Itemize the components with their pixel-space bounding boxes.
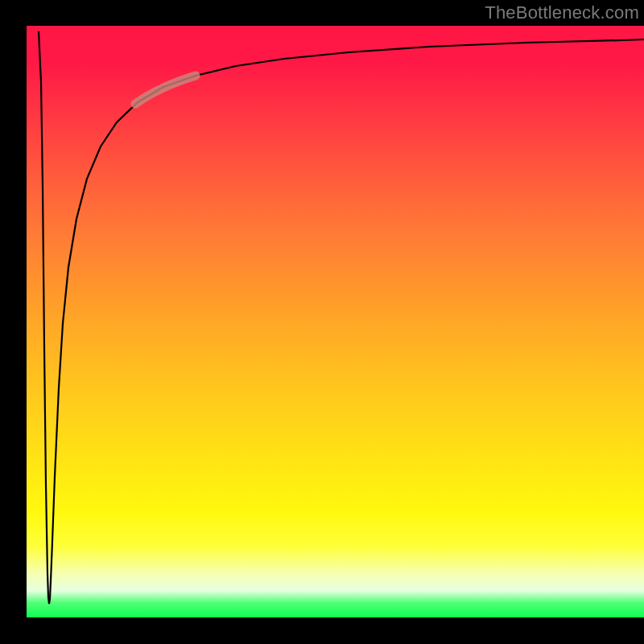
watermark-text: TheBottleneck.com [485,2,639,23]
chart-stage: TheBottleneck.com No axis ticks or numer… [0,0,644,644]
plot-gradient-area [27,26,644,617]
